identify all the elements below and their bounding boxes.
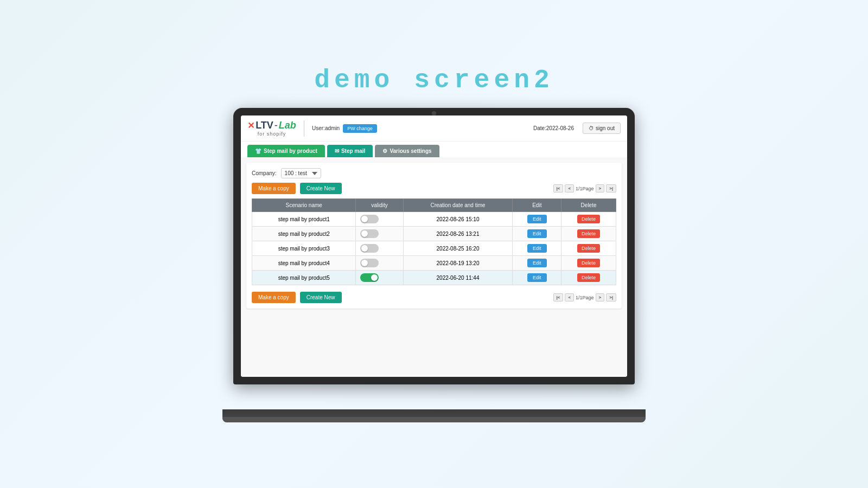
col-delete: Delete: [561, 199, 616, 212]
camera: [432, 111, 436, 115]
edit-button[interactable]: Edit: [527, 273, 547, 282]
page-info-bottom: 1/1Page: [576, 295, 594, 300]
cell-edit[interactable]: Edit: [513, 227, 561, 241]
cell-delete[interactable]: Delete: [561, 271, 616, 285]
cell-delete[interactable]: Delete: [561, 256, 616, 271]
delete-button[interactable]: Delete: [577, 259, 600, 267]
table-row: step mail by product12022-08-26 15:10Edi…: [252, 212, 616, 227]
pagination-bottom: |< < 1/1Page > >|: [553, 293, 616, 301]
page-first-btn-bottom[interactable]: |<: [553, 293, 564, 301]
tab-step-mail-by-product[interactable]: 👕 Step mail by product: [247, 145, 325, 157]
cell-validity[interactable]: [356, 241, 403, 256]
logo-area: ✕ LTV - Lab for shopify: [247, 120, 296, 137]
cell-creation-date: 2022-08-26 13:21: [403, 227, 513, 241]
cell-edit[interactable]: Edit: [513, 271, 561, 285]
content-card: Company: 100 : test Make a copy Create N…: [246, 163, 622, 309]
cell-edit[interactable]: Edit: [513, 212, 561, 227]
table-row: step mail by product52022-06-20 11:44Edi…: [252, 271, 616, 285]
sign-out-button[interactable]: ⏱ sign out: [583, 123, 621, 134]
col-creation: Creation date and time: [403, 199, 513, 212]
page-prev-btn-top[interactable]: <: [565, 184, 574, 192]
top-action-row: Make a copy Create New |< < 1/1Page > >|: [252, 183, 616, 194]
clock-icon: ⏱: [589, 125, 594, 131]
cell-edit[interactable]: Edit: [513, 256, 561, 271]
make-copy-button-bottom[interactable]: Make a copy: [252, 292, 296, 303]
cell-scenario-name: step mail by product2: [252, 227, 356, 241]
scenarios-table: Scenario name validity Creation date and…: [252, 198, 616, 285]
cell-validity[interactable]: [356, 212, 403, 227]
cell-scenario-name: step mail by product1: [252, 212, 356, 227]
pw-change-button[interactable]: PW change: [343, 124, 377, 133]
edit-button[interactable]: Edit: [527, 229, 547, 238]
table-row: step mail by product32022-08-25 16:20Edi…: [252, 241, 616, 256]
cell-delete[interactable]: Delete: [561, 227, 616, 241]
logo-lab: Lab: [279, 120, 296, 131]
company-row: Company: 100 : test: [252, 168, 616, 178]
cell-scenario-name: step mail by product5: [252, 271, 356, 285]
edit-button[interactable]: Edit: [527, 259, 547, 267]
col-edit: Edit: [513, 199, 561, 212]
laptop-frame: ✕ LTV - Lab for shopify User:admin PW ch…: [222, 108, 646, 422]
col-scenario-name: Scenario name: [252, 199, 356, 212]
screen-inner: ✕ LTV - Lab for shopify User:admin PW ch…: [241, 115, 627, 377]
delete-button[interactable]: Delete: [577, 229, 600, 238]
tab-various-settings[interactable]: ⚙ Various settings: [375, 145, 439, 157]
app-header: ✕ LTV - Lab for shopify User:admin PW ch…: [241, 115, 627, 142]
delete-button[interactable]: Delete: [577, 244, 600, 253]
page-info-top: 1/1Page: [576, 186, 594, 191]
date-info: Date:2022-08-26: [533, 125, 574, 131]
gear-icon: ⚙: [382, 148, 387, 154]
table-row: step mail by product42022-08-19 13:20Edi…: [252, 256, 616, 271]
delete-button[interactable]: Delete: [577, 273, 600, 282]
app-content: ✕ LTV - Lab for shopify User:admin PW ch…: [241, 115, 627, 377]
nav-tabs: 👕 Step mail by product ✉ Step mail ⚙ Var…: [241, 142, 627, 157]
company-select[interactable]: 100 : test: [281, 168, 321, 178]
col-validity: validity: [356, 199, 403, 212]
logo-dash: -: [275, 120, 278, 131]
logo-ltv: LTV: [256, 120, 273, 131]
page-title: demo screen2: [314, 66, 554, 95]
create-new-button-bottom[interactable]: Create New: [300, 292, 342, 303]
laptop-foot: [222, 417, 646, 422]
page-last-btn-bottom[interactable]: >|: [606, 293, 616, 301]
page-first-btn-top[interactable]: |<: [553, 184, 564, 192]
edit-button[interactable]: Edit: [527, 215, 547, 223]
user-label: User:admin: [312, 125, 340, 131]
header-divider: [304, 120, 304, 137]
screen-frame: ✕ LTV - Lab for shopify User:admin PW ch…: [233, 108, 635, 384]
delete-button[interactable]: Delete: [577, 215, 600, 223]
company-label: Company:: [252, 170, 277, 176]
make-copy-button-top[interactable]: Make a copy: [252, 183, 296, 194]
cell-creation-date: 2022-08-26 15:10: [403, 212, 513, 227]
tab-step-mail[interactable]: ✉ Step mail: [327, 145, 373, 157]
cell-validity[interactable]: [356, 227, 403, 241]
cell-delete[interactable]: Delete: [561, 241, 616, 256]
user-info: User:admin PW change: [312, 124, 377, 133]
edit-button[interactable]: Edit: [527, 244, 547, 253]
page-next-btn-bottom[interactable]: >: [596, 293, 605, 301]
logo-x-icon: ✕: [247, 120, 254, 131]
logo-main: ✕ LTV - Lab: [247, 120, 296, 131]
page-last-btn-top[interactable]: >|: [606, 184, 616, 192]
app-body: Company: 100 : test Make a copy Create N…: [241, 157, 627, 377]
page-next-btn-top[interactable]: >: [596, 184, 605, 192]
cell-scenario-name: step mail by product3: [252, 241, 356, 256]
pagination-top: |< < 1/1Page > >|: [553, 184, 616, 192]
cell-creation-date: 2022-06-20 11:44: [403, 271, 513, 285]
shirt-icon: 👕: [255, 148, 261, 154]
cell-edit[interactable]: Edit: [513, 241, 561, 256]
cell-creation-date: 2022-08-19 13:20: [403, 256, 513, 271]
create-new-button-top[interactable]: Create New: [300, 183, 342, 194]
cell-validity[interactable]: [356, 256, 403, 271]
cell-creation-date: 2022-08-25 16:20: [403, 241, 513, 256]
cell-delete[interactable]: Delete: [561, 212, 616, 227]
laptop-base: [222, 409, 646, 422]
cell-validity[interactable]: [356, 271, 403, 285]
logo-subtitle: for shopify: [258, 131, 286, 137]
bottom-action-row: Make a copy Create New |< < 1/1Page > >|: [252, 292, 616, 303]
table-row: step mail by product22022-08-26 13:21Edi…: [252, 227, 616, 241]
mail-icon: ✉: [335, 148, 339, 154]
page-prev-btn-bottom[interactable]: <: [565, 293, 574, 301]
cell-scenario-name: step mail by product4: [252, 256, 356, 271]
